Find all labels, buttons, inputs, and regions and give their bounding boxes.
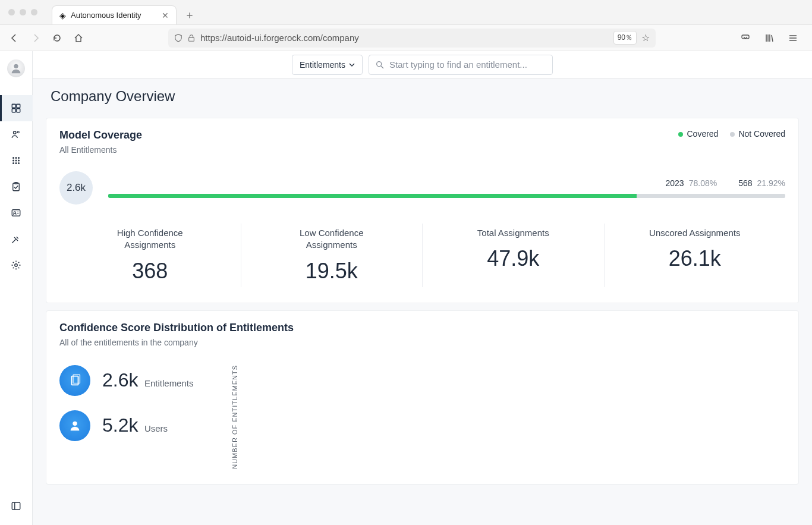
sidebar-item-overview[interactable]: [0, 95, 33, 121]
svg-point-12: [12, 160, 14, 162]
scope-dropdown[interactable]: Entitlements: [292, 55, 363, 75]
svg-point-27: [73, 421, 77, 425]
avatar[interactable]: [7, 59, 25, 77]
y-axis-label: NUMBER OF ENTITLEMENTS: [231, 365, 238, 469]
save-page-button[interactable]: [737, 30, 754, 46]
distribution-title: Confidence Score Distribution of Entitle…: [59, 322, 785, 334]
model-coverage-panel: Model Coverage All Entitlements Covered …: [46, 118, 799, 303]
svg-point-24: [377, 61, 382, 66]
tab-title: Autonomous Identity: [71, 11, 157, 20]
pocket-icon: [741, 33, 750, 43]
svg-rect-4: [17, 104, 20, 108]
coverage-total-bubble: 2.6k: [59, 171, 93, 205]
gear-icon: [11, 260, 21, 271]
users-icon: [59, 410, 90, 441]
dist-users: 5.2k Users: [59, 410, 193, 441]
url-text: https://autoid-ui.forgerock.com/company: [200, 33, 609, 43]
content-area: Entitlements Company Overview Model Cove…: [33, 51, 812, 525]
gavel-icon: [11, 234, 21, 244]
model-coverage-title: Model Coverage: [59, 129, 142, 142]
svg-point-22: [15, 264, 18, 267]
person-icon: [10, 62, 23, 75]
legend-not-covered: Not Covered: [730, 129, 785, 139]
stat-low-confidence: Low Confidence Assignments 19.5k: [241, 224, 423, 287]
stat-total-assignments: Total Assignments 47.9k: [423, 224, 605, 287]
scope-label: Entitlements: [300, 60, 345, 70]
search-icon: [375, 60, 385, 70]
coverage-stats: 2023 78.08% 568 21.92%: [108, 178, 785, 188]
coverage-legend: Covered Not Covered: [678, 129, 785, 139]
entitlements-icon: [59, 365, 90, 396]
people-icon: [11, 129, 21, 140]
browser-toolbar: https://autoid-ui.forgerock.com/company …: [0, 25, 812, 51]
tabbar: ◈ Autonomous Identity ✕ ＋: [46, 0, 198, 24]
new-tab-button[interactable]: ＋: [181, 7, 198, 23]
forward-button[interactable]: [27, 30, 44, 46]
svg-point-17: [18, 162, 20, 164]
svg-rect-0: [189, 37, 194, 41]
reload-icon: [52, 33, 62, 43]
sidebar-item-settings[interactable]: [0, 252, 33, 278]
tab-favicon: ◈: [59, 11, 66, 20]
sidebar-item-certifications[interactable]: [0, 174, 33, 200]
model-coverage-subtitle: All Entitlements: [59, 145, 142, 155]
coverage-stat-not-covered: 568 21.92%: [734, 178, 785, 188]
search-input[interactable]: [389, 59, 546, 70]
stat-unscored-assignments: Unscored Assignments 26.1k: [605, 224, 786, 287]
distribution-subtitle: All of the entitlements in the company: [59, 338, 785, 347]
svg-rect-5: [12, 109, 15, 112]
home-icon: [74, 33, 83, 43]
search-box[interactable]: [369, 55, 553, 75]
hamburger-icon: [788, 33, 798, 43]
browser-tab[interactable]: ◈ Autonomous Identity ✕: [52, 5, 177, 24]
minimize-window-dot[interactable]: [20, 9, 26, 15]
dot-green-icon: [678, 132, 683, 137]
dot-grey-icon: [730, 132, 735, 137]
back-button[interactable]: [6, 30, 23, 46]
sidebar-item-roles[interactable]: [0, 200, 33, 226]
lock-icon: [187, 34, 196, 42]
panel-icon: [11, 501, 21, 511]
coverage-bar-not-covered: [637, 194, 785, 198]
legend-covered: Covered: [678, 129, 718, 139]
arrow-left-icon: [10, 33, 19, 43]
svg-point-9: [12, 157, 14, 159]
sidebar-item-identities[interactable]: [0, 121, 33, 147]
sidebar-item-rules[interactable]: [0, 226, 33, 252]
assignment-stats-row: High Confidence Assignments 368 Low Conf…: [59, 224, 785, 287]
stat-high-confidence: High Confidence Assignments 368: [59, 224, 241, 287]
svg-rect-20: [12, 210, 20, 216]
svg-rect-23: [12, 502, 20, 510]
bookmark-star-icon[interactable]: ☆: [641, 32, 650, 43]
reload-button[interactable]: [49, 30, 65, 46]
dashboard-icon: [11, 103, 21, 114]
address-bar[interactable]: https://autoid-ui.forgerock.com/company …: [168, 29, 656, 48]
svg-rect-3: [12, 104, 15, 108]
library-button[interactable]: [761, 30, 778, 46]
arrow-right-icon: [31, 33, 40, 43]
svg-point-11: [18, 157, 20, 159]
menu-button[interactable]: [785, 30, 801, 46]
sidebar-item-applications[interactable]: [0, 147, 33, 174]
close-window-dot[interactable]: [8, 9, 15, 15]
distribution-chart-area: NUMBER OF ENTITLEMENTS: [223, 365, 247, 469]
coverage-row: 2.6k 2023 78.08% 568 21.92%: [59, 171, 785, 205]
home-button[interactable]: [70, 30, 87, 46]
svg-point-10: [15, 157, 17, 159]
zoom-badge[interactable]: 90％: [613, 31, 637, 45]
chevron-down-icon: [349, 62, 355, 68]
sidebar: [0, 51, 33, 525]
sidebar-item-collapse[interactable]: [0, 493, 33, 519]
maximize-window-dot[interactable]: [31, 9, 37, 15]
close-tab-icon[interactable]: ✕: [162, 11, 169, 20]
svg-point-2: [14, 64, 18, 68]
library-icon: [764, 33, 774, 43]
svg-point-16: [15, 162, 17, 164]
svg-rect-6: [17, 109, 20, 112]
content-topbar: Entitlements: [33, 51, 812, 78]
dist-entitlements: 2.6k Entitlements: [59, 365, 193, 396]
svg-point-13: [15, 160, 17, 162]
svg-point-15: [12, 162, 14, 164]
page-title: Company Overview: [33, 78, 812, 111]
distribution-panel: Confidence Score Distribution of Entitle…: [46, 310, 799, 485]
